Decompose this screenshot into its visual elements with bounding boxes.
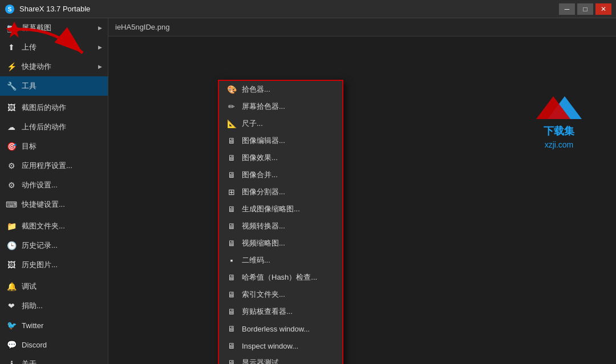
sidebar-item-target[interactable]: 🎯目标	[0, 137, 108, 156]
sidebar-label-tools: 工具	[22, 81, 37, 91]
watermark-logo	[536, 93, 582, 122]
sidebar-item-history[interactable]: 🕒历史记录...	[0, 236, 108, 255]
title-bar: S ShareX 13.7 Portable ─ □ ✕	[0, 0, 616, 18]
menu-item-inspect-window[interactable]: 🖥Inspect window...	[219, 337, 342, 354]
sidebar-item-quickactions[interactable]: ⚡快捷动作	[0, 57, 108, 76]
watermark-text: 下载集	[544, 124, 574, 138]
app-body: 📷屏幕截图⬆上传⚡快捷动作🔧工具🖼截图后的动作☁上传后的动作🎯目标⚙应用程序设置…	[0, 18, 616, 364]
sidebar-icon-hotkey-settings: ⌨	[6, 199, 17, 210]
menu-icon-video-converter: 🖥	[226, 220, 237, 232]
sidebar-label-debug: 调试	[22, 281, 37, 292]
sidebar-item-tools[interactable]: 🔧工具	[0, 76, 108, 96]
menu-label-image-effects: 图像效果...	[242, 153, 278, 163]
menu-icon-image-effects: 🖥	[226, 152, 237, 163]
menu-item-image-effects[interactable]: 🖥图像效果...	[219, 149, 342, 166]
sidebar-item-discord[interactable]: 💬Discord	[0, 335, 108, 354]
watermark: 下载集 xzji.com	[536, 93, 582, 149]
sidebar-item-about[interactable]: ℹ关于...	[0, 354, 108, 364]
sidebar-icon-discord: 💬	[6, 339, 17, 350]
sidebar-icon-after-upload: ☁	[6, 121, 17, 133]
sidebar-label-discord: Discord	[22, 341, 47, 349]
menu-label-video-converter: 视频转换器...	[242, 221, 285, 231]
sidebar-item-twitter[interactable]: 🐦Twitter	[0, 316, 108, 335]
menu-label-index-folder: 索引文件夹...	[242, 289, 285, 300]
sidebar-label-quickactions: 快捷动作	[22, 62, 51, 72]
sidebar-item-donate[interactable]: ❤捐助...	[0, 296, 108, 316]
menu-icon-qrcode: ▪	[226, 255, 237, 266]
menu-icon-image-combine: 🖥	[226, 169, 237, 181]
sidebar-item-debug[interactable]: 🔔调试	[0, 277, 108, 296]
maximize-button[interactable]: □	[577, 3, 593, 15]
sidebar-item-screenshot-folder[interactable]: 📁截图文件夹...	[0, 216, 108, 236]
menu-item-image-combine[interactable]: 🖥图像合并...	[219, 166, 342, 183]
menu-item-image-editor[interactable]: 🖥图像编辑器...	[219, 132, 342, 149]
sidebar-label-twitter: Twitter	[22, 321, 43, 330]
sidebar-label-about: 关于...	[22, 359, 43, 364]
menu-icon-image-editor: 🖥	[226, 135, 237, 146]
menu-icon-index-folder: 🖥	[226, 289, 237, 300]
menu-item-color-picker[interactable]: 🎨拾色器...	[219, 81, 342, 98]
sidebar-item-action-settings[interactable]: ⚙动作设置...	[0, 175, 108, 195]
sidebar-label-image-history: 历史图片...	[22, 260, 58, 270]
sidebar-label-action-settings: 动作设置...	[22, 180, 58, 190]
sidebar-item-hotkey-settings[interactable]: ⌨快捷键设置...	[0, 195, 108, 214]
menu-label-screen-color-picker: 屏幕拾色器...	[242, 101, 285, 112]
sidebar-item-image-history[interactable]: 🖼历史图片...	[0, 255, 108, 275]
sidebar-item-app-settings[interactable]: ⚙应用程序设置...	[0, 156, 108, 175]
menu-label-clipboard-viewer: 剪贴板查看器...	[242, 306, 293, 317]
menu-item-thumbnail[interactable]: 🖥生成图像缩略图...	[219, 201, 342, 218]
menu-icon-ruler: 📐	[226, 118, 237, 129]
menu-label-color-picker: 拾色器...	[242, 84, 270, 95]
sidebar-icon-debug: 🔔	[6, 281, 17, 292]
filename: ieHA5ngIDe.png	[115, 23, 169, 31]
menu-item-index-folder[interactable]: 🖥索引文件夹...	[219, 286, 342, 303]
menu-label-image-editor: 图像编辑器...	[242, 136, 285, 146]
menu-label-qrcode: 二维码...	[242, 255, 270, 265]
sidebar-icon-action-settings: ⚙	[6, 179, 17, 191]
menu-item-ruler[interactable]: 📐尺子...	[219, 115, 342, 132]
sidebar-item-after-screenshot[interactable]: 🖼截图后的动作	[0, 98, 108, 117]
sidebar-item-after-upload[interactable]: ☁上传后的动作	[0, 117, 108, 137]
minimize-button[interactable]: ─	[559, 3, 575, 15]
menu-item-image-splitter[interactable]: ⊞图像分割器...	[219, 183, 342, 201]
watermark-url: xzji.com	[545, 140, 574, 149]
menu-icon-color-picker: 🎨	[226, 84, 237, 95]
menu-label-ruler: 尺子...	[242, 118, 263, 129]
sidebar-icon-screenshot: 📷	[6, 22, 17, 34]
content-area: ieHA5ngIDe.png 下载集 xzji.com 🎨拾色器...✏屏幕拾色…	[108, 18, 616, 364]
sidebar-icon-quickactions: ⚡	[6, 61, 17, 72]
sidebar-icon-target: 🎯	[6, 141, 17, 152]
sidebar-icon-donate: ❤	[6, 300, 17, 312]
menu-icon-hash-check: 🖥	[226, 272, 237, 283]
menu-icon-monitor-test: 🖥	[226, 357, 237, 364]
app-icon: S	[5, 4, 15, 14]
menu-icon-video-thumbnail: 🖥	[226, 238, 237, 249]
sidebar-label-app-settings: 应用程序设置...	[22, 161, 72, 171]
svg-text:S: S	[8, 6, 12, 13]
sidebar-label-hotkey-settings: 快捷键设置...	[22, 199, 65, 210]
sidebar-icon-twitter: 🐦	[6, 320, 17, 331]
menu-item-clipboard-viewer[interactable]: 🖥剪贴板查看器...	[219, 303, 342, 320]
sidebar-item-screenshot[interactable]: 📷屏幕截图	[0, 18, 108, 38]
menu-label-monitor-test: 显示器测试...	[242, 358, 285, 364]
tools-dropdown-menu[interactable]: 🎨拾色器...✏屏幕拾色器...📐尺子...🖥图像编辑器...🖥图像效果...🖥…	[218, 80, 343, 364]
sidebar-label-screenshot: 屏幕截图	[22, 23, 51, 33]
menu-item-hash-check[interactable]: 🖥哈希值（Hash）检查...	[219, 269, 342, 286]
menu-label-video-thumbnail: 视频缩略图...	[242, 238, 285, 248]
window-controls: ─ □ ✕	[559, 3, 611, 15]
menu-icon-inspect-window: 🖥	[226, 340, 237, 351]
menu-item-video-thumbnail[interactable]: 🖥视频缩略图...	[219, 235, 342, 252]
sidebar: 📷屏幕截图⬆上传⚡快捷动作🔧工具🖼截图后的动作☁上传后的动作🎯目标⚙应用程序设置…	[0, 18, 108, 364]
sidebar-icon-app-settings: ⚙	[6, 160, 17, 171]
menu-label-thumbnail: 生成图像缩略图...	[242, 204, 300, 214]
menu-item-video-converter[interactable]: 🖥视频转换器...	[219, 218, 342, 235]
close-button[interactable]: ✕	[595, 3, 611, 15]
menu-item-borderless[interactable]: 🖥Borderless window...	[219, 320, 342, 337]
menu-label-image-splitter: 图像分割器...	[242, 187, 285, 197]
sidebar-icon-about: ℹ	[6, 358, 17, 364]
sidebar-icon-after-screenshot: 🖼	[6, 102, 17, 113]
menu-item-monitor-test[interactable]: 🖥显示器测试...	[219, 354, 342, 364]
menu-item-screen-color-picker[interactable]: ✏屏幕拾色器...	[219, 98, 342, 115]
menu-item-qrcode[interactable]: ▪二维码...	[219, 252, 342, 269]
sidebar-item-upload[interactable]: ⬆上传	[0, 38, 108, 57]
